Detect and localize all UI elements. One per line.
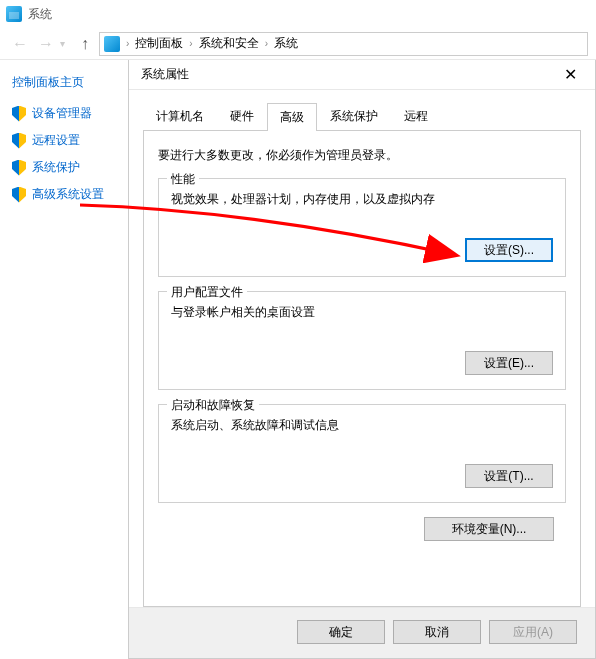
window-title: 系统: [28, 6, 52, 23]
chevron-right-icon: ›: [265, 38, 268, 49]
breadcrumb-item[interactable]: 系统: [274, 35, 298, 52]
sidebar-item-label: 高级系统设置: [32, 186, 104, 203]
startup-settings-button[interactable]: 设置(T)...: [465, 464, 553, 488]
performance-settings-button[interactable]: 设置(S)...: [465, 238, 553, 262]
shield-icon: [12, 106, 26, 122]
tab-advanced[interactable]: 高级: [267, 103, 317, 131]
user-profiles-section: 用户配置文件 与登录帐户相关的桌面设置 设置(E)...: [158, 291, 566, 390]
system-properties-dialog: 系统属性 ✕ 计算机名 硬件 高级 系统保护 远程 要进行大多数更改，你必须作为…: [128, 60, 596, 659]
sidebar-item-label: 远程设置: [32, 132, 80, 149]
explorer-navbar: ← → ▾ ↑ › 控制面板 › 系统和安全 › 系统: [0, 28, 596, 60]
breadcrumb-item[interactable]: 系统和安全: [199, 35, 259, 52]
system-icon: [104, 36, 120, 52]
window-titlebar: 系统: [0, 0, 596, 28]
sidebar-item-label: 设备管理器: [32, 105, 92, 122]
user-profiles-settings-button[interactable]: 设置(E)...: [465, 351, 553, 375]
breadcrumb[interactable]: › 控制面板 › 系统和安全 › 系统: [99, 32, 588, 56]
chevron-right-icon: ›: [189, 38, 192, 49]
sidebar-item-device-manager[interactable]: 设备管理器: [12, 105, 116, 122]
sidebar-item-remote-settings[interactable]: 远程设置: [12, 132, 116, 149]
performance-legend: 性能: [167, 171, 199, 188]
user-profiles-description: 与登录帐户相关的桌面设置: [171, 304, 553, 321]
shield-icon: [12, 187, 26, 203]
sidebar-home-link[interactable]: 控制面板主页: [12, 74, 116, 91]
cancel-button[interactable]: 取消: [393, 620, 481, 644]
close-button[interactable]: ✕: [556, 65, 585, 84]
tab-content-advanced: 要进行大多数更改，你必须作为管理员登录。 性能 视觉效果，处理器计划，内存使用，…: [143, 131, 581, 607]
shield-icon: [12, 133, 26, 149]
tab-system-protection[interactable]: 系统保护: [317, 102, 391, 130]
back-button[interactable]: ←: [8, 32, 32, 56]
dialog-title: 系统属性: [141, 66, 189, 83]
history-dropdown-icon[interactable]: ▾: [60, 38, 65, 49]
startup-legend: 启动和故障恢复: [167, 397, 259, 414]
sidebar-item-label: 系统保护: [32, 159, 80, 176]
breadcrumb-item[interactable]: 控制面板: [135, 35, 183, 52]
system-icon: [6, 6, 22, 22]
performance-section: 性能 视觉效果，处理器计划，内存使用，以及虚拟内存 设置(S)...: [158, 178, 566, 277]
performance-description: 视觉效果，处理器计划，内存使用，以及虚拟内存: [171, 191, 553, 208]
dialog-footer: 确定 取消 应用(A): [129, 607, 595, 658]
sidebar-item-advanced-settings[interactable]: 高级系统设置: [12, 186, 116, 203]
forward-button[interactable]: →: [34, 32, 58, 56]
admin-notice: 要进行大多数更改，你必须作为管理员登录。: [158, 147, 566, 164]
tab-computer-name[interactable]: 计算机名: [143, 102, 217, 130]
environment-variables-button[interactable]: 环境变量(N)...: [424, 517, 554, 541]
sidebar-item-system-protection[interactable]: 系统保护: [12, 159, 116, 176]
ok-button[interactable]: 确定: [297, 620, 385, 644]
dialog-header: 系统属性 ✕: [129, 60, 595, 90]
startup-description: 系统启动、系统故障和调试信息: [171, 417, 553, 434]
startup-section: 启动和故障恢复 系统启动、系统故障和调试信息 设置(T)...: [158, 404, 566, 503]
up-button[interactable]: ↑: [73, 32, 97, 56]
sidebar: 控制面板主页 设备管理器 远程设置 系统保护 高级系统设置: [0, 60, 128, 659]
chevron-right-icon: ›: [126, 38, 129, 49]
apply-button[interactable]: 应用(A): [489, 620, 577, 644]
user-profiles-legend: 用户配置文件: [167, 284, 247, 301]
tab-bar: 计算机名 硬件 高级 系统保护 远程: [143, 102, 581, 131]
tab-hardware[interactable]: 硬件: [217, 102, 267, 130]
shield-icon: [12, 160, 26, 176]
tab-remote[interactable]: 远程: [391, 102, 441, 130]
